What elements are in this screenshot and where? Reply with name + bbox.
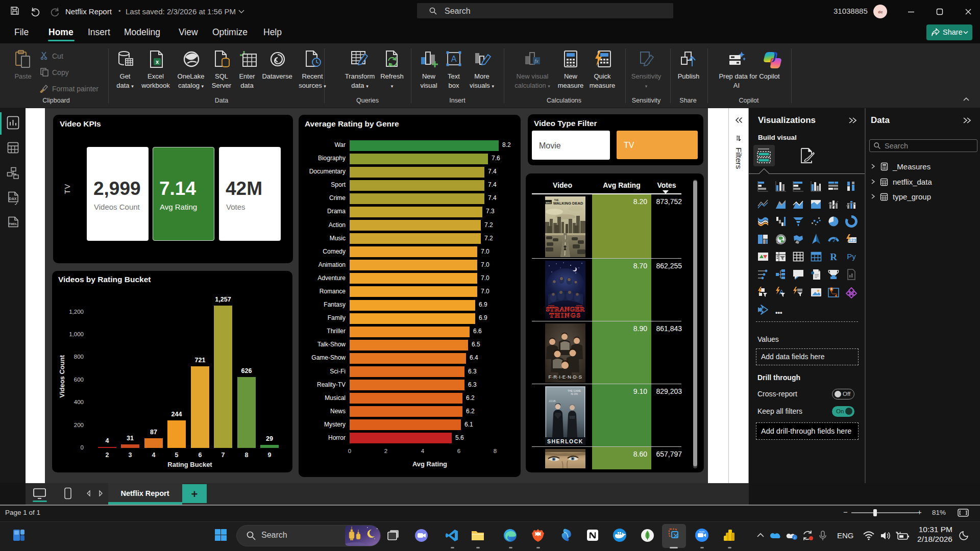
svg-text:R: R <box>830 252 837 262</box>
svg-text:x: x <box>156 59 159 65</box>
svg-text:zoom: zoom <box>699 531 704 533</box>
svg-text:fx: fx <box>534 58 538 64</box>
svg-text:F·R·I·E·N·D·S: F·R·I·E·N·D·S <box>549 374 582 380</box>
svg-text:THE: THE <box>554 199 559 202</box>
svg-text:THINGS: THINGS <box>549 311 581 319</box>
svg-text:DAX: DAX <box>9 197 17 201</box>
svg-text:·221B·: ·221B· <box>548 399 557 403</box>
svg-text:IS ON: IS ON <box>571 392 578 395</box>
svg-text:A: A <box>451 55 457 63</box>
svg-text:WALKING DEAD: WALKING DEAD <box>553 201 583 206</box>
svg-text:amc: amc <box>546 201 551 204</box>
svg-text:TMDL: TMDL <box>9 222 17 226</box>
svg-text:Py: Py <box>847 252 856 261</box>
svg-text:i: i <box>794 536 795 540</box>
svg-text:SHERLOCK: SHERLOCK <box>547 438 583 444</box>
